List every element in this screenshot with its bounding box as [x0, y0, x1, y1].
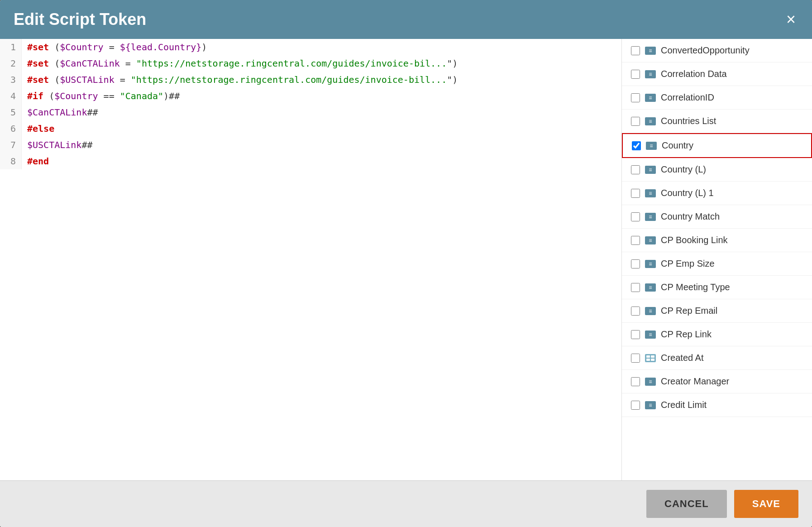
- list-item[interactable]: CP Rep Email: [622, 299, 812, 323]
- item-checkbox[interactable]: [631, 354, 640, 363]
- item-label: CP Booking Link: [661, 235, 728, 245]
- text-icon: [645, 259, 656, 268]
- text-icon: [645, 93, 656, 102]
- code-row: 5 $CanCTALink##: [0, 104, 621, 120]
- code-row: 8 #end: [0, 153, 621, 169]
- item-label: Creator Manager: [661, 376, 729, 387]
- text-icon: [645, 189, 656, 198]
- list-item[interactable]: ConvertedOpportunity: [622, 39, 812, 62]
- grid-icon: [645, 354, 656, 363]
- item-checkbox[interactable]: [631, 330, 640, 339]
- item-label: ConvertedOpportunity: [661, 45, 750, 56]
- item-label: CP Emp Size: [661, 259, 715, 269]
- text-icon: [645, 307, 656, 316]
- code-content[interactable]: #end: [22, 153, 621, 169]
- text-icon: [645, 117, 656, 126]
- text-icon: [645, 401, 656, 410]
- list-item[interactable]: CP Meeting Type: [622, 276, 812, 299]
- text-icon: [645, 165, 656, 174]
- right-panel: ConvertedOpportunityCorrelation DataCorr…: [622, 39, 812, 480]
- item-label: Created At: [661, 353, 704, 363]
- code-row: 7 $USCTALink##: [0, 137, 621, 153]
- item-checkbox[interactable]: [631, 283, 640, 292]
- item-checkbox[interactable]: [631, 236, 640, 245]
- item-checkbox[interactable]: [631, 93, 640, 102]
- text-icon: [645, 377, 656, 386]
- modal-body: 1 #set ($Country = ${lead.Country}) 2 #s…: [0, 39, 812, 480]
- code-table: 1 #set ($Country = ${lead.Country}) 2 #s…: [0, 39, 621, 169]
- text-icon: [645, 330, 656, 339]
- item-label: Countries List: [661, 116, 716, 126]
- item-checkbox[interactable]: [631, 46, 640, 55]
- item-checkbox[interactable]: [631, 307, 640, 316]
- cancel-button[interactable]: CANCEL: [646, 490, 727, 518]
- item-label: CP Rep Email: [661, 306, 717, 316]
- line-number: 1: [0, 39, 22, 55]
- item-checkbox[interactable]: [631, 377, 640, 386]
- modal-title: Edit Script Token: [14, 10, 146, 29]
- text-icon: [645, 283, 656, 292]
- list-item[interactable]: Country: [622, 133, 812, 158]
- code-content[interactable]: #set ($USCTALink = "https://netstorage.r…: [22, 72, 621, 88]
- text-icon: [645, 212, 656, 221]
- code-editor: 1 #set ($Country = ${lead.Country}) 2 #s…: [0, 39, 622, 480]
- line-number: 6: [0, 120, 22, 137]
- code-content[interactable]: #else: [22, 120, 621, 137]
- item-checkbox[interactable]: [631, 70, 640, 79]
- list-item[interactable]: CP Booking Link: [622, 229, 812, 252]
- item-checkbox[interactable]: [631, 189, 640, 198]
- item-checkbox[interactable]: [631, 165, 640, 174]
- item-checkbox[interactable]: [631, 117, 640, 126]
- modal-footer: CANCEL SAVE: [0, 480, 812, 527]
- edit-script-token-modal: Edit Script Token × 1 #set ($Country = $…: [0, 0, 812, 527]
- line-number: 2: [0, 55, 22, 72]
- line-number: 4: [0, 88, 22, 104]
- code-content[interactable]: #set ($CanCTALink = "https://netstorage.…: [22, 55, 621, 72]
- code-row: 4 #if ($Country == "Canada")##: [0, 88, 621, 104]
- item-checkbox[interactable]: [631, 212, 640, 221]
- list-item[interactable]: Credit Limit: [622, 393, 812, 417]
- list-item[interactable]: CP Emp Size: [622, 252, 812, 276]
- token-list: ConvertedOpportunityCorrelation DataCorr…: [622, 39, 812, 480]
- text-icon: [645, 236, 656, 245]
- list-item[interactable]: Country Match: [622, 205, 812, 229]
- item-label: CorrelationID: [661, 92, 714, 103]
- close-button[interactable]: ×: [783, 11, 798, 28]
- item-label: Credit Limit: [661, 400, 707, 410]
- list-item[interactable]: Country (L): [622, 158, 812, 182]
- code-row: 1 #set ($Country = ${lead.Country}): [0, 39, 621, 55]
- list-item[interactable]: CP Rep Link: [622, 323, 812, 346]
- item-checkbox[interactable]: [631, 401, 640, 410]
- item-checkbox[interactable]: [632, 141, 641, 150]
- list-item[interactable]: CorrelationID: [622, 86, 812, 110]
- item-label: Country (L) 1: [661, 188, 714, 198]
- code-row: 2 #set ($CanCTALink = "https://netstorag…: [0, 55, 621, 72]
- code-row: 6 #else: [0, 120, 621, 137]
- save-button[interactable]: SAVE: [734, 490, 798, 518]
- line-number: 8: [0, 153, 22, 169]
- item-label: Country Match: [661, 211, 720, 222]
- code-content[interactable]: #if ($Country == "Canada")##: [22, 88, 621, 104]
- code-content[interactable]: #set ($Country = ${lead.Country}): [22, 39, 621, 55]
- item-label: Country: [662, 140, 693, 151]
- item-label: CP Meeting Type: [661, 282, 730, 292]
- text-icon: [645, 46, 656, 55]
- line-number: 5: [0, 104, 22, 120]
- list-item[interactable]: Correlation Data: [622, 62, 812, 86]
- line-number: 7: [0, 137, 22, 153]
- list-item[interactable]: Creator Manager: [622, 370, 812, 393]
- item-label: Correlation Data: [661, 69, 727, 79]
- text-icon: [645, 141, 657, 150]
- code-content[interactable]: $CanCTALink##: [22, 104, 621, 120]
- item-checkbox[interactable]: [631, 259, 640, 268]
- line-number: 3: [0, 72, 22, 88]
- text-icon: [645, 70, 656, 79]
- modal-header: Edit Script Token ×: [0, 0, 812, 39]
- list-item[interactable]: Countries List: [622, 110, 812, 133]
- code-content[interactable]: $USCTALink##: [22, 137, 621, 153]
- code-row: 3 #set ($USCTALink = "https://netstorage…: [0, 72, 621, 88]
- item-label: Country (L): [661, 164, 706, 175]
- list-item[interactable]: Created At: [622, 346, 812, 370]
- list-item[interactable]: Country (L) 1: [622, 182, 812, 205]
- item-label: CP Rep Link: [661, 329, 712, 340]
